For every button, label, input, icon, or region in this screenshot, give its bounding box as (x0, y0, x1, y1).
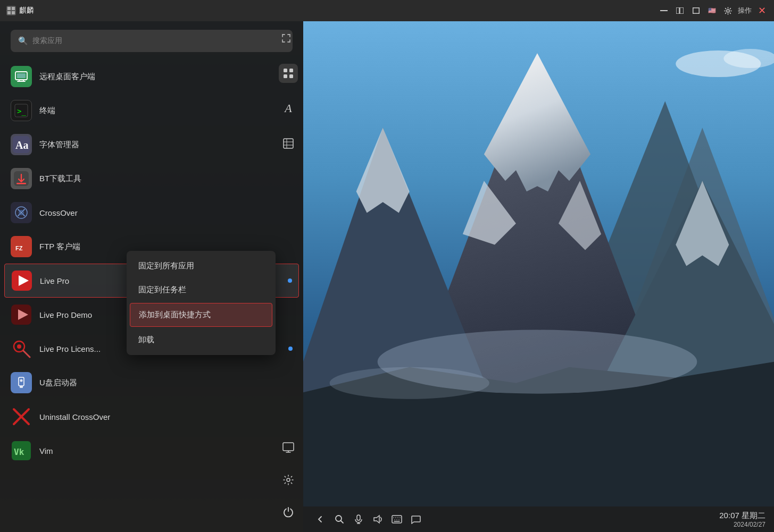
svg-rect-1 (12, 7, 15, 10)
context-add-shortcut[interactable]: 添加到桌面快捷方式 (130, 303, 272, 327)
context-pin-taskbar[interactable]: 固定到任务栏 (127, 278, 276, 302)
app-name-crossover: CrossOver (39, 208, 78, 217)
taskbar-chat-btn[interactable] (407, 511, 425, 528)
svg-rect-53 (289, 69, 293, 72)
app-icon-vim: Vk (11, 440, 32, 461)
side-icons-top: A (273, 58, 303, 158)
app-item-crossover[interactable]: CrossOver (0, 196, 303, 230)
expand-btn[interactable] (278, 30, 295, 47)
svg-rect-7 (693, 8, 699, 14)
settings-btn[interactable] (722, 5, 734, 16)
app-dot-livepro (288, 278, 292, 283)
logo-icon (6, 6, 16, 15)
app-icon-terminal: >_ (11, 100, 32, 121)
app-icon-livepro-license (11, 338, 32, 359)
svg-rect-54 (284, 74, 287, 78)
font-a-btn[interactable]: A (279, 99, 298, 118)
app-icon-remote (11, 66, 32, 87)
svg-point-63 (287, 478, 290, 482)
svg-rect-2 (7, 11, 11, 14)
wallpaper (303, 21, 774, 532)
svg-point-42 (17, 344, 21, 349)
svg-line-65 (341, 521, 344, 523)
table-view-btn[interactable] (279, 134, 298, 153)
app-name-bt: BT下载工具 (39, 174, 81, 184)
context-pin-all[interactable]: 固定到所有应用 (127, 254, 276, 278)
app-icon-bt (11, 168, 32, 189)
svg-point-22 (330, 367, 489, 399)
search-icon: 🔍 (18, 36, 28, 46)
app-title: 麒麟 (19, 6, 34, 15)
svg-rect-5 (676, 7, 679, 14)
app-item-usb[interactable]: U盘启动器 (0, 366, 303, 400)
desktop: 🔍 搜索应用 远程 (0, 21, 774, 532)
svg-rect-70 (392, 516, 402, 523)
app-item-font[interactable]: Aa 字体管理器 (0, 128, 303, 162)
app-name-remote-desktop: 远程桌面客户端 (39, 72, 95, 82)
app-icon-crossover (11, 202, 32, 223)
app-item-remote-desktop[interactable]: 远程桌面客户端 (0, 60, 303, 94)
taskbar-mic-btn[interactable] (350, 511, 367, 528)
app-item-bt[interactable]: BT下载工具 (0, 162, 303, 196)
svg-rect-52 (284, 69, 287, 72)
minimize-btn[interactable] (658, 5, 670, 16)
taskbar-volume-btn[interactable] (369, 511, 386, 528)
power-btn[interactable] (279, 502, 298, 521)
svg-text:>_: >_ (17, 107, 26, 116)
app-name-font: 字体管理器 (39, 140, 79, 150)
app-name-usb: U盘启动器 (39, 378, 77, 388)
app-item-terminal[interactable]: >_ 终端 (0, 94, 303, 128)
svg-rect-66 (357, 515, 360, 520)
search-bar[interactable]: 🔍 搜索应用 (11, 30, 293, 52)
context-uninstall[interactable]: 卸载 (127, 328, 276, 352)
app-name-uninstall: Uninstall CrossOver (39, 412, 110, 421)
context-menu: 固定到所有应用 固定到任务栏 添加到桌面快捷方式 卸载 (127, 251, 276, 355)
svg-marker-69 (374, 516, 379, 523)
side-icons-bottom (273, 438, 303, 532)
svg-rect-60 (283, 443, 294, 451)
svg-text:Vk: Vk (14, 447, 24, 457)
app-icon-font: Aa (11, 134, 32, 155)
title-bar: 麒麟 🇺🇸 操作 ✕ (0, 0, 774, 21)
app-icon-usb (11, 372, 32, 393)
app-name-livepro-demo: Live Pro Demo (39, 310, 92, 319)
taskbar-datetime: 20:07 星期二 2024/02/27 (719, 511, 765, 528)
app-item-vim[interactable]: Vk Vim (0, 434, 303, 468)
app-dot-livepro-license (288, 347, 293, 351)
taskbar-keyboard-btn[interactable] (388, 511, 405, 528)
app-name-vim: Vim (39, 446, 53, 455)
svg-rect-6 (680, 7, 684, 14)
svg-rect-56 (284, 139, 293, 148)
app-icon-ftp: FZ (11, 236, 32, 257)
flag-icon: 🇺🇸 (706, 5, 718, 16)
app-logo: 麒麟 (6, 6, 34, 15)
svg-rect-3 (12, 11, 15, 14)
monitor-btn[interactable] (279, 438, 298, 458)
app-icon-uninstall (11, 406, 32, 427)
app-name-livepro-license: Live Pro Licens... (39, 344, 101, 353)
svg-point-8 (727, 10, 729, 12)
svg-point-47 (20, 379, 23, 382)
settings-btn-side[interactable] (279, 470, 298, 489)
svg-rect-4 (660, 10, 668, 11)
grid-view-btn[interactable] (279, 64, 298, 83)
maximize-btn[interactable] (690, 5, 702, 16)
taskbar-time-text: 20:07 星期二 (719, 511, 765, 521)
app-icon-livepro-demo (11, 304, 32, 325)
svg-text:FZ: FZ (15, 245, 23, 251)
tile-left-btn[interactable] (674, 5, 686, 16)
svg-rect-55 (289, 74, 293, 78)
app-name-terminal: 终端 (39, 106, 55, 116)
taskbar-nav (312, 511, 425, 528)
actions-label: 操作 (738, 6, 752, 15)
app-name-ftp: FTP 客户端 (39, 242, 80, 252)
taskbar-search-btn[interactable] (331, 511, 348, 528)
app-item-uninstall[interactable]: Uninstall CrossOver (0, 400, 303, 434)
close-btn[interactable]: ✕ (756, 5, 768, 16)
svg-rect-32 (16, 183, 26, 184)
taskbar-back-btn[interactable] (312, 511, 329, 528)
app-icon-livepro (11, 270, 32, 291)
svg-line-43 (23, 351, 30, 357)
svg-text:Aa: Aa (15, 139, 28, 151)
taskbar-date-text: 2024/02/27 (719, 521, 765, 528)
